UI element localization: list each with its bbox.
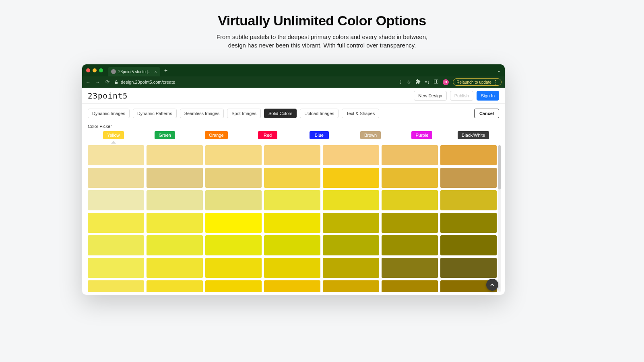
color-swatch[interactable] (147, 258, 203, 278)
color-category-red[interactable]: Red (258, 131, 277, 139)
tab-title: 23point5 studio | Your Fashion (118, 70, 152, 74)
filter-pill-dynamic-images[interactable]: Dynamic Images (88, 109, 130, 118)
color-category-blue[interactable]: Blue (310, 131, 329, 139)
color-swatch[interactable] (88, 235, 144, 255)
signin-button[interactable]: Sign In (477, 91, 499, 101)
color-swatch[interactable] (323, 145, 379, 165)
tab-close-icon[interactable]: × (155, 69, 157, 74)
color-swatch[interactable] (382, 280, 438, 292)
browser-urlbar: ← → ⟳ design.23point5.com/create ⇧ ☆ ≡↓ … (82, 76, 505, 88)
filter-pill-dynamic-patterns[interactable]: Dynamic Patterns (133, 109, 177, 118)
browser-tab[interactable]: 23point5 studio | Your Fashion × (108, 67, 160, 76)
color-swatch[interactable] (205, 280, 262, 292)
color-swatch[interactable] (382, 235, 438, 255)
color-category-purple[interactable]: Purple (411, 131, 432, 139)
browser-window: 23point5 studio | Your Fashion × + ⌄ ← →… (82, 64, 505, 295)
filter-pill-text-shapes[interactable]: Text & Shapes (342, 109, 379, 118)
color-swatch[interactable] (88, 145, 144, 165)
color-swatch[interactable] (205, 190, 262, 210)
color-swatch[interactable] (205, 258, 262, 278)
color-swatch[interactable] (440, 145, 497, 165)
filter-bar: Dynamic ImagesDynamic PatternsSeamless I… (82, 104, 505, 118)
cancel-button[interactable]: Cancel (474, 109, 499, 118)
reload-icon[interactable]: ⟳ (105, 79, 110, 85)
relaunch-button[interactable]: Relaunch to update⋮ (453, 78, 502, 86)
color-swatch[interactable] (382, 190, 438, 210)
color-swatch[interactable] (323, 235, 379, 255)
color-swatch[interactable] (205, 168, 262, 188)
address-bar[interactable]: design.23point5.com/create (114, 80, 394, 84)
color-swatch[interactable] (264, 145, 320, 165)
color-swatch[interactable] (440, 213, 497, 233)
color-swatch[interactable] (88, 168, 144, 188)
color-swatch[interactable] (147, 235, 203, 255)
color-swatch[interactable] (147, 190, 203, 210)
color-swatch[interactable] (147, 213, 203, 233)
color-swatch[interactable] (323, 280, 379, 292)
color-swatch[interactable] (264, 235, 320, 255)
color-swatch[interactable] (264, 190, 320, 210)
back-icon[interactable]: ← (85, 79, 91, 85)
color-category-orange[interactable]: Orange (205, 131, 228, 139)
filter-pill-seamless-images[interactable]: Seamless Images (180, 109, 224, 118)
reading-list-icon[interactable]: ≡↓ (425, 80, 429, 84)
color-category-black-white[interactable]: Black/White (458, 131, 489, 139)
app-logo[interactable]: 23point5 (88, 91, 128, 100)
scroll-to-top-button[interactable] (486, 279, 498, 291)
app-header: 23point5 New Design Publish Sign In (82, 88, 505, 104)
chevron-up-icon (489, 282, 495, 288)
minimize-window-icon[interactable] (93, 68, 97, 72)
color-swatch[interactable] (440, 258, 497, 278)
color-swatch[interactable] (205, 235, 262, 255)
filter-pill-upload-images[interactable]: Upload Images (300, 109, 339, 118)
color-picker-label: Color Picker (82, 118, 505, 131)
color-swatch[interactable] (382, 145, 438, 165)
bookmark-icon[interactable]: ☆ (407, 79, 411, 85)
filter-pill-solid-colors[interactable]: Solid Colors (264, 109, 297, 118)
color-swatch[interactable] (88, 190, 144, 210)
color-swatch[interactable] (440, 190, 497, 210)
color-swatch[interactable] (264, 280, 320, 292)
maximize-window-icon[interactable] (99, 68, 103, 72)
color-swatch[interactable] (88, 213, 144, 233)
extensions-icon[interactable] (415, 78, 421, 86)
color-swatch[interactable] (147, 168, 203, 188)
color-swatch[interactable] (205, 145, 262, 165)
tab-overflow-icon[interactable]: ⌄ (497, 68, 501, 73)
color-swatch[interactable] (440, 168, 497, 188)
profile-avatar[interactable]: G (443, 79, 449, 85)
panel-icon[interactable] (433, 78, 439, 86)
color-swatch[interactable] (382, 213, 438, 233)
color-swatch[interactable] (264, 213, 320, 233)
scrollbar-thumb[interactable] (498, 145, 501, 189)
close-window-icon[interactable] (86, 68, 90, 72)
color-swatch[interactable] (323, 190, 379, 210)
browser-tabbar: 23point5 studio | Your Fashion × + ⌄ (82, 64, 505, 76)
color-swatch[interactable] (88, 280, 144, 292)
svg-rect-0 (434, 80, 438, 83)
color-swatch[interactable] (323, 213, 379, 233)
filter-pill-spot-images[interactable]: Spot Images (227, 109, 261, 118)
forward-icon[interactable]: → (95, 79, 101, 85)
color-category-yellow[interactable]: Yellow (103, 131, 124, 139)
color-category-brown[interactable]: Brown (360, 131, 381, 139)
color-swatch[interactable] (264, 168, 320, 188)
swatch-panel (88, 145, 501, 292)
tab-favicon-icon (111, 69, 116, 74)
color-swatch[interactable] (323, 258, 379, 278)
color-swatch[interactable] (440, 235, 497, 255)
new-tab-button[interactable]: + (164, 67, 167, 74)
new-design-button[interactable]: New Design (414, 91, 446, 101)
color-category-row: YellowGreenOrangeRedBlueBrownPurpleBlack… (82, 131, 505, 144)
share-icon[interactable]: ⇧ (398, 79, 402, 85)
url-text: design.23point5.com/create (121, 80, 175, 84)
color-swatch[interactable] (205, 213, 262, 233)
color-swatch[interactable] (88, 258, 144, 278)
color-swatch[interactable] (382, 168, 438, 188)
color-swatch[interactable] (382, 258, 438, 278)
color-swatch[interactable] (147, 280, 203, 292)
color-category-green[interactable]: Green (155, 131, 175, 139)
color-swatch[interactable] (147, 145, 203, 165)
color-swatch[interactable] (264, 258, 320, 278)
color-swatch[interactable] (323, 168, 379, 188)
